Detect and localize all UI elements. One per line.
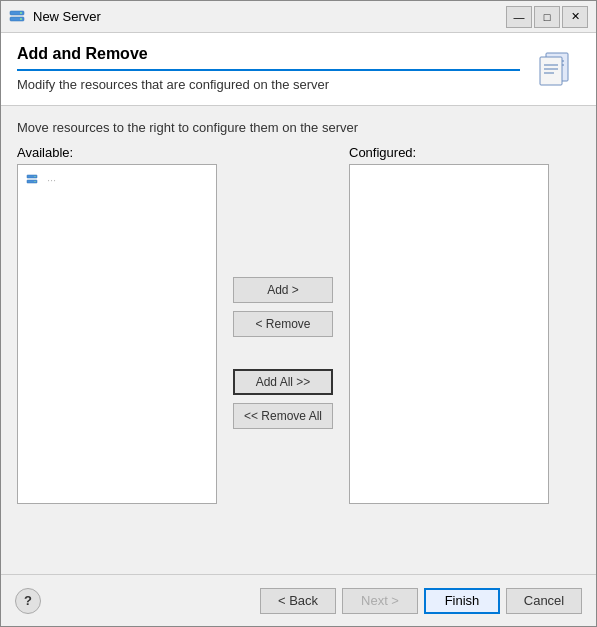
window-icon	[9, 8, 27, 26]
maximize-button[interactable]: □	[534, 6, 560, 28]
back-button[interactable]: < Back	[260, 588, 336, 614]
finish-button[interactable]: Finish	[424, 588, 500, 614]
footer-right: < Back Next > Finish Cancel	[260, 588, 582, 614]
header-description: Modify the resources that are configured…	[17, 77, 520, 92]
header-title: Add and Remove	[17, 45, 520, 63]
svg-point-15	[34, 181, 35, 182]
footer-left: ?	[15, 588, 41, 614]
list-item[interactable]: ···	[20, 169, 214, 191]
instruction-text: Move resources to the right to configure…	[17, 120, 580, 135]
available-label: Available:	[17, 145, 217, 160]
resource-icon	[26, 172, 42, 188]
available-list[interactable]: ···	[17, 164, 217, 504]
minimize-button[interactable]: —	[506, 6, 532, 28]
header-divider	[17, 69, 520, 71]
header-section: Add and Remove Modify the resources that…	[1, 33, 596, 106]
remove-all-button[interactable]: << Remove All	[233, 403, 333, 429]
resource-area: Available: ··· Add	[17, 145, 580, 560]
available-section: Available: ···	[17, 145, 217, 560]
configured-section: Configured:	[349, 145, 549, 560]
item-label: ···	[47, 174, 56, 186]
title-bar-controls: — □ ✕	[506, 6, 588, 28]
close-button[interactable]: ✕	[562, 6, 588, 28]
cancel-button[interactable]: Cancel	[506, 588, 582, 614]
window-title: New Server	[33, 9, 506, 24]
header-icon	[532, 45, 580, 93]
header-text: Add and Remove Modify the resources that…	[17, 45, 520, 92]
svg-point-3	[20, 18, 22, 20]
window: New Server — □ ✕ Add and Remove Modify t…	[0, 0, 597, 627]
configured-label: Configured:	[349, 145, 549, 160]
remove-button[interactable]: < Remove	[233, 311, 333, 337]
configured-list[interactable]	[349, 164, 549, 504]
add-button[interactable]: Add >	[233, 277, 333, 303]
svg-rect-8	[540, 57, 562, 85]
content-area: Move resources to the right to configure…	[1, 106, 596, 574]
title-bar: New Server — □ ✕	[1, 1, 596, 33]
svg-point-2	[20, 12, 22, 14]
action-buttons: Add > < Remove Add All >> << Remove All	[217, 145, 349, 560]
svg-point-14	[34, 176, 35, 177]
add-all-button[interactable]: Add All >>	[233, 369, 333, 395]
footer: ? < Back Next > Finish Cancel	[1, 574, 596, 626]
help-button[interactable]: ?	[15, 588, 41, 614]
next-button[interactable]: Next >	[342, 588, 418, 614]
